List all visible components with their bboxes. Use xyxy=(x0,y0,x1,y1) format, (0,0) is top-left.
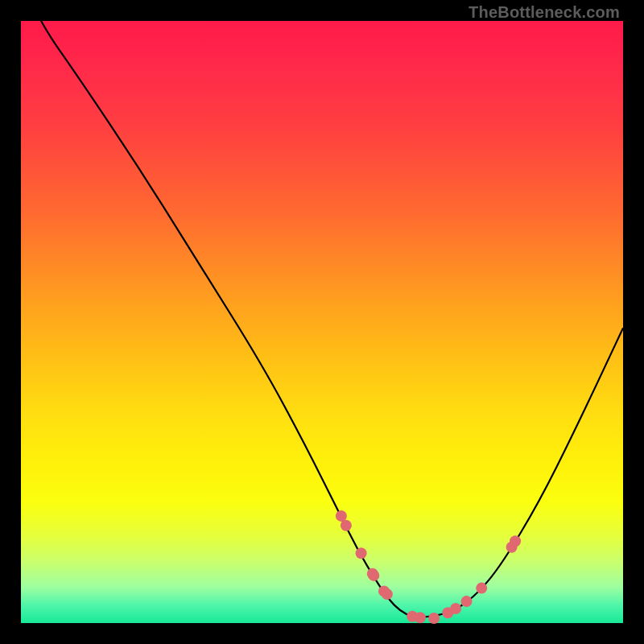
data-point xyxy=(382,588,393,600)
data-point xyxy=(510,535,521,547)
data-point xyxy=(450,603,461,614)
data-points-group xyxy=(336,510,521,624)
data-point xyxy=(476,583,487,594)
data-point xyxy=(356,547,367,559)
data-point xyxy=(461,596,473,607)
data-point xyxy=(415,612,426,623)
data-point xyxy=(336,510,347,522)
data-point xyxy=(428,613,440,624)
chart-svg xyxy=(21,21,623,623)
data-point xyxy=(368,570,379,581)
chart-frame: TheBottleneck.com xyxy=(0,0,644,644)
attribution-text: TheBottleneck.com xyxy=(469,3,620,22)
data-point xyxy=(341,520,352,531)
bottleneck-curve-line xyxy=(21,0,623,617)
